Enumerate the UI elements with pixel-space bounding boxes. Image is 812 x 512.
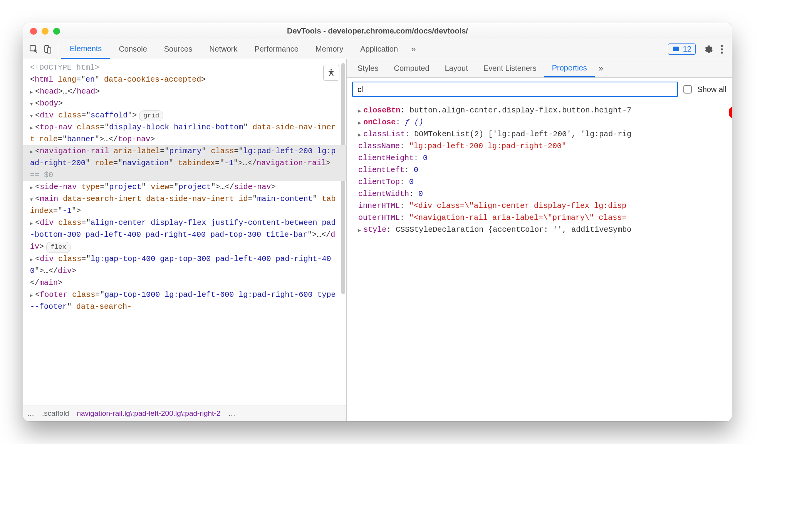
elements-panel: ⋯ <!DOCTYPE html> <html lang="en" data-c…	[23, 59, 347, 421]
sidebar-panel: Styles Computed Layout Event Listeners P…	[347, 59, 732, 421]
svg-rect-2	[47, 48, 51, 53]
properties-filter-row: Show all	[347, 78, 732, 101]
close-window-button[interactable]	[30, 28, 37, 35]
tabs-overflow-icon[interactable]: »	[406, 39, 420, 59]
dom-tree[interactable]: <!DOCTYPE html> <html lang="en" data-coo…	[23, 59, 346, 405]
dom-head[interactable]: <head>…</head>	[23, 85, 346, 97]
svg-point-5	[721, 48, 723, 50]
device-toolbar-icon[interactable]	[41, 45, 55, 54]
subtab-layout[interactable]: Layout	[437, 59, 476, 77]
layout-badge-grid[interactable]: grid	[139, 110, 163, 121]
breadcrumb[interactable]: … .scaffold navigation-rail.lg\:pad-left…	[23, 405, 346, 421]
property-row[interactable]: className: "lg:pad-left-200 lg:pad-right…	[350, 140, 732, 152]
titlebar: DevTools - developer.chrome.com/docs/dev…	[23, 23, 732, 39]
tab-network[interactable]: Network	[201, 39, 246, 59]
dom-html[interactable]: <html lang="en" data-cookies-accepted>	[23, 74, 346, 85]
breadcrumb-ell[interactable]: …	[23, 409, 38, 418]
breadcrumb-scaffold[interactable]: .scaffold	[38, 409, 73, 418]
dom-div-titlebar[interactable]: <div class="align-center display-flex ju…	[23, 217, 346, 253]
dom-sidenav[interactable]: <side-nav type="project" view="project">…	[23, 181, 346, 193]
minimize-window-button[interactable]	[42, 28, 49, 35]
dom-topnav[interactable]: <top-nav class="display-block hairline-b…	[23, 121, 346, 145]
kebab-menu-icon[interactable]	[715, 44, 729, 54]
layout-badge-flex[interactable]: flex	[46, 242, 70, 253]
property-row[interactable]: closeBtn: button.align-center.display-fl…	[350, 104, 732, 116]
subtabs-overflow-icon[interactable]: »	[595, 59, 607, 77]
property-row[interactable]: classList: DOMTokenList(2) ['lg:pad-left…	[350, 128, 732, 140]
main-tab-bar: Elements Console Sources Network Perform…	[23, 39, 732, 59]
dom-doctype[interactable]: <!DOCTYPE html>	[23, 62, 346, 74]
subtab-properties[interactable]: Properties	[544, 59, 595, 77]
filter-input[interactable]	[352, 82, 678, 97]
breadcrumb-ell2[interactable]: …	[224, 409, 239, 418]
issues-counter[interactable]: 12	[668, 44, 696, 55]
window-title: DevTools - developer.chrome.com/docs/dev…	[23, 27, 732, 35]
subtab-event-listeners[interactable]: Event Listeners	[476, 59, 544, 77]
tab-application[interactable]: Application	[352, 39, 406, 59]
dom-div-scaffold[interactable]: <div class="scaffold">grid	[23, 109, 346, 121]
property-row[interactable]: outerHTML: "<navigation-rail aria-label=…	[350, 212, 732, 224]
property-row[interactable]: innerHTML: "<div class=\"align-center di…	[350, 200, 732, 212]
svg-rect-3	[673, 47, 679, 51]
property-row[interactable]: clientHeight: 0	[350, 152, 732, 164]
svg-point-6	[721, 52, 723, 54]
show-all-label: Show all	[697, 85, 726, 94]
settings-gear-icon[interactable]	[701, 44, 715, 54]
zoom-window-button[interactable]	[53, 28, 60, 35]
property-row[interactable]: onClose: ƒ ()	[350, 116, 732, 128]
tab-performance[interactable]: Performance	[246, 39, 307, 59]
dom-main-close[interactable]: </main>	[23, 277, 346, 289]
devtools-window: DevTools - developer.chrome.com/docs/dev…	[23, 23, 732, 421]
property-row[interactable]: style: CSSStyleDeclaration {accentColor:…	[350, 224, 732, 236]
properties-list[interactable]: closeBtn: button.align-center.display-fl…	[347, 101, 732, 239]
inspect-element-icon[interactable]	[27, 44, 41, 54]
dom-navigation-rail-selected[interactable]: <navigation-rail aria-label="primary" cl…	[23, 145, 346, 181]
tab-elements[interactable]: Elements	[61, 39, 110, 59]
split-view: ⋯ <!DOCTYPE html> <html lang="en" data-c…	[23, 59, 732, 421]
separator	[58, 43, 58, 55]
issues-count: 12	[683, 45, 691, 54]
tab-memory[interactable]: Memory	[307, 39, 352, 59]
subtab-styles[interactable]: Styles	[350, 59, 386, 77]
property-row[interactable]: clientWidth: 0	[350, 188, 732, 200]
breadcrumb-navrail[interactable]: navigation-rail.lg\:pad-left-200.lg\:pad…	[73, 409, 224, 418]
svg-point-4	[721, 45, 723, 47]
tab-sources[interactable]: Sources	[156, 39, 201, 59]
callout-arrow-icon	[729, 103, 732, 124]
dom-div-gap[interactable]: <div class="lg:gap-top-400 gap-top-300 p…	[23, 253, 346, 277]
show-all-checkbox[interactable]	[683, 85, 692, 94]
dom-footer[interactable]: <footer class="gap-top-1000 lg:pad-left-…	[23, 289, 346, 313]
subtab-computed[interactable]: Computed	[386, 59, 437, 77]
traffic-lights	[30, 28, 60, 35]
dom-body[interactable]: <body>	[23, 97, 346, 109]
property-row[interactable]: clientLeft: 0	[350, 164, 732, 176]
dom-main[interactable]: <main data-search-inert data-side-nav-in…	[23, 193, 346, 217]
property-row[interactable]: clientTop: 0	[350, 176, 732, 188]
sidebar-tab-bar: Styles Computed Layout Event Listeners P…	[347, 59, 732, 78]
tab-console[interactable]: Console	[110, 39, 155, 59]
